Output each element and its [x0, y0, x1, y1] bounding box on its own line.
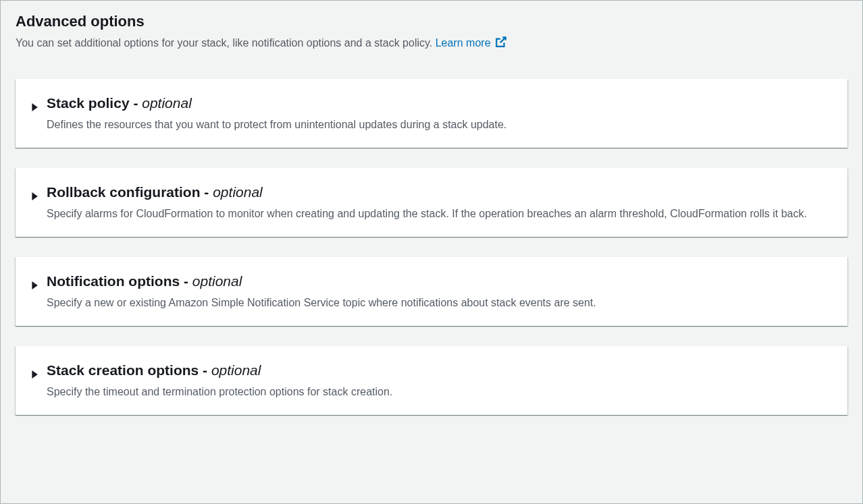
section-title-text: Rollback configuration — [47, 184, 201, 200]
section-title-dash: - — [180, 273, 192, 289]
section-content: Notification options - optional Specify … — [47, 273, 833, 311]
section-toggle-stack-creation-options[interactable]: Stack creation options - optional Specif… — [30, 362, 833, 400]
section-title-dash: - — [199, 362, 211, 378]
panel-title: Advanced options — [16, 13, 847, 30]
caret-right-icon — [30, 280, 38, 292]
section-description: Specify a new or existing Amazon Simple … — [47, 295, 833, 311]
sections-container: Stack policy - optional Defines the reso… — [1, 79, 862, 430]
section-title: Stack creation options - optional — [47, 362, 833, 379]
section-optional-label: optional — [211, 362, 261, 378]
panel-header: Advanced options You can set additional … — [1, 1, 862, 61]
section-notification-options: Notification options - optional Specify … — [16, 257, 847, 326]
section-stack-policy: Stack policy - optional Defines the reso… — [16, 79, 847, 148]
caret-right-icon — [30, 102, 38, 114]
section-title-text: Stack policy — [47, 95, 130, 111]
section-title-text: Notification options — [47, 273, 180, 289]
section-optional-label: optional — [192, 273, 242, 289]
section-description: Specify the timeout and termination prot… — [47, 384, 833, 400]
section-title: Rollback configuration - optional — [47, 184, 833, 200]
section-title: Notification options - optional — [47, 273, 833, 289]
section-optional-label: optional — [213, 184, 263, 200]
learn-more-text: Learn more — [436, 37, 491, 49]
section-description: Specify alarms for CloudFormation to mon… — [47, 206, 833, 222]
section-rollback-configuration: Rollback configuration - optional Specif… — [16, 168, 847, 237]
section-content: Rollback configuration - optional Specif… — [47, 184, 833, 222]
section-content: Stack creation options - optional Specif… — [47, 362, 833, 400]
section-optional-label: optional — [142, 95, 192, 111]
section-toggle-stack-policy[interactable]: Stack policy - optional Defines the reso… — [30, 95, 833, 133]
section-toggle-notification-options[interactable]: Notification options - optional Specify … — [30, 273, 833, 311]
section-title-dash: - — [201, 184, 213, 200]
section-content: Stack policy - optional Defines the reso… — [47, 95, 833, 133]
section-stack-creation-options: Stack creation options - optional Specif… — [16, 346, 847, 415]
panel-subtitle: You can set additional options for your … — [16, 36, 847, 52]
section-toggle-rollback-configuration[interactable]: Rollback configuration - optional Specif… — [30, 184, 833, 222]
caret-right-icon — [30, 191, 38, 203]
advanced-options-panel: Advanced options You can set additional … — [0, 0, 863, 504]
caret-right-icon — [30, 369, 38, 381]
external-link-icon — [495, 36, 507, 52]
section-title-dash: - — [130, 95, 142, 111]
section-title: Stack policy - optional — [47, 95, 833, 111]
section-title-text: Stack creation options — [47, 362, 199, 378]
subtitle-text: You can set additional options for your … — [16, 37, 432, 49]
learn-more-link[interactable]: Learn more — [436, 37, 507, 49]
section-description: Defines the resources that you want to p… — [47, 117, 833, 133]
